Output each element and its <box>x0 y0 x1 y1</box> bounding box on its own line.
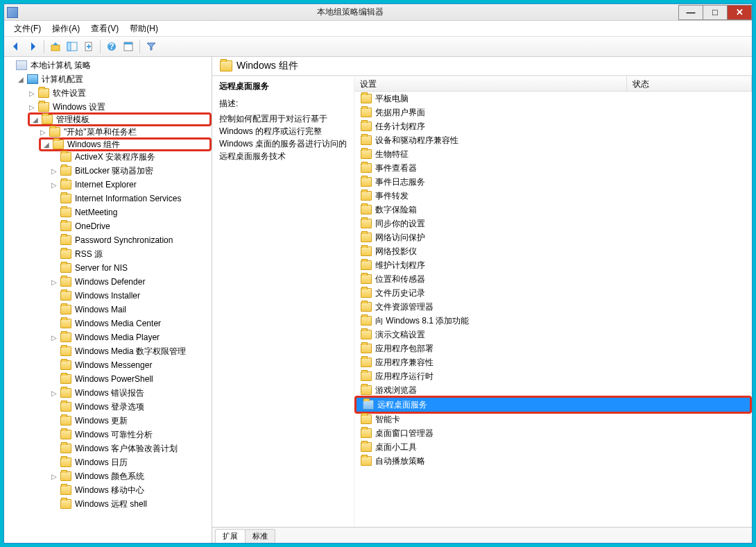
expander-icon[interactable] <box>50 208 58 217</box>
expander-icon[interactable] <box>50 375 58 383</box>
expander-icon[interactable]: ▷ <box>50 389 58 397</box>
tree-item[interactable]: ActiveX 安装程序服务 <box>50 150 212 164</box>
list-row[interactable]: 事件日志服务 <box>354 175 752 189</box>
list-row[interactable]: 应用程序包部署 <box>354 342 752 355</box>
tab-extended[interactable]: 扩展 <box>215 529 246 543</box>
tab-standard[interactable]: 标准 <box>245 529 275 543</box>
tree-item[interactable]: Windows Media Center <box>50 317 212 330</box>
tree-item[interactable]: ▷ Windows 错误报告 <box>50 386 212 400</box>
list-row[interactable]: 网络访问保护 <box>354 230 752 244</box>
tree-item[interactable]: Windows 登录选项 <box>50 400 212 414</box>
list-row[interactable]: 远程桌面服务 <box>356 398 750 412</box>
expander-icon[interactable] <box>50 430 58 439</box>
tree-item[interactable]: Windows 远程 shell <box>50 497 212 511</box>
menu-file[interactable]: 文件(F) <box>8 22 46 36</box>
list-row[interactable]: 应用程序运行时 <box>354 369 752 383</box>
tree-item[interactable]: Windows Installer <box>50 289 212 303</box>
expander-icon[interactable] <box>50 347 58 355</box>
list-row[interactable]: 维护计划程序 <box>354 258 752 272</box>
list-row[interactable]: 事件查看器 <box>354 161 752 175</box>
tree-item[interactable]: Server for NIS <box>50 261 212 275</box>
menu-help[interactable]: 帮助(H) <box>124 22 164 36</box>
tree-item[interactable]: ▷ Internet Explorer <box>50 178 212 192</box>
tree-item[interactable]: Windows Mail <box>50 303 212 317</box>
tree-item[interactable]: ▷ Windows Media Player <box>50 330 212 344</box>
expander-icon[interactable] <box>50 486 58 494</box>
back-button[interactable] <box>8 39 24 54</box>
tree-item[interactable]: ▷ BitLocker 驱动器加密 <box>50 164 212 178</box>
tree-item[interactable]: Windows 客户体验改善计划 <box>50 441 212 455</box>
list-row[interactable]: 智能卡 <box>354 412 752 426</box>
close-button[interactable]: ✕ <box>727 5 752 20</box>
list-row[interactable]: 平板电脑 <box>354 92 752 106</box>
tree-item[interactable]: Internet Information Services <box>50 192 212 205</box>
list-row[interactable]: 任务计划程序 <box>354 119 752 133</box>
expander-icon[interactable] <box>50 194 58 203</box>
expander-icon[interactable] <box>50 236 58 244</box>
filter-button[interactable] <box>144 39 159 54</box>
list-row[interactable]: 桌面小工具 <box>354 440 752 454</box>
expander-icon[interactable]: ▷ <box>50 278 58 286</box>
properties-button[interactable] <box>121 39 136 54</box>
list-row[interactable]: 文件历史记录 <box>354 286 752 300</box>
expander-icon[interactable] <box>50 403 58 411</box>
tree-software-settings[interactable]: ▷ 软件设置 <box>28 86 212 100</box>
expander-icon[interactable] <box>50 222 58 230</box>
expander-icon[interactable] <box>6 61 14 69</box>
expander-icon[interactable]: ▷ <box>50 333 58 342</box>
tree-item[interactable]: Windows 可靠性分析 <box>50 428 212 441</box>
tree-windows-settings[interactable]: ▷ Windows 设置 <box>28 100 212 114</box>
expander-icon[interactable] <box>50 292 58 300</box>
expander-icon[interactable] <box>50 444 58 453</box>
expander-icon[interactable]: ▷ <box>50 180 58 189</box>
list-row[interactable]: 演示文稿设置 <box>354 328 752 342</box>
show-hide-tree-button[interactable] <box>65 39 80 54</box>
tree-item[interactable]: Windows Messenger <box>50 358 212 372</box>
list-row[interactable]: 同步你的设置 <box>354 217 752 230</box>
expander-icon[interactable] <box>50 500 58 508</box>
expander-icon[interactable]: ◢ <box>42 140 51 149</box>
tree-item[interactable]: Windows PowerShell <box>50 372 212 386</box>
expander-icon[interactable]: ▷ <box>28 103 36 111</box>
column-state[interactable]: 状态 <box>627 76 752 91</box>
tree-pane[interactable]: 本地计算机 策略 ◢ 计算机配置 ▷ 软件设置 ▷ Windows 设置 ◢ 管… <box>4 57 212 543</box>
tree-item[interactable]: OneDrive <box>50 219 212 233</box>
list-row[interactable]: 自动播放策略 <box>354 454 752 468</box>
tree-item[interactable]: NetMeeting <box>50 205 212 219</box>
tree-start-taskbar[interactable]: ▷ "开始"菜单和任务栏 <box>39 125 212 139</box>
expander-icon[interactable] <box>50 153 58 161</box>
expander-icon[interactable] <box>50 458 58 466</box>
tree-item[interactable]: RSS 源 <box>50 247 212 261</box>
column-setting[interactable]: 设置 <box>354 76 627 91</box>
tree-item[interactable]: Windows 移动中心 <box>50 483 212 497</box>
list-row[interactable]: 文件资源管理器 <box>354 300 752 314</box>
tree-admin-templates[interactable]: ◢ 管理模板 <box>28 112 212 126</box>
list-row[interactable]: 游戏浏览器 <box>354 383 752 397</box>
list-row[interactable]: 生物特征 <box>354 147 752 161</box>
up-button[interactable] <box>48 39 63 54</box>
expander-icon[interactable]: ◢ <box>31 115 40 124</box>
list-row[interactable]: 凭据用户界面 <box>354 106 752 119</box>
maximize-button[interactable]: □ <box>703 5 728 20</box>
minimize-button[interactable]: — <box>678 5 703 20</box>
expander-icon[interactable] <box>50 361 58 369</box>
expander-icon[interactable] <box>50 305 58 314</box>
expander-icon[interactable] <box>50 319 58 328</box>
export-button[interactable] <box>81 39 96 54</box>
tree-root[interactable]: 本地计算机 策略 <box>6 58 212 72</box>
tree-windows-components[interactable]: ◢ Windows 组件 <box>39 137 212 151</box>
tree-computer-config[interactable]: ◢ 计算机配置 <box>17 72 212 86</box>
list-row[interactable]: 事件转发 <box>354 189 752 203</box>
list-row[interactable]: 网络投影仪 <box>354 244 752 258</box>
tree-item[interactable]: Windows Media 数字权限管理 <box>50 344 212 358</box>
list-row[interactable]: 桌面窗口管理器 <box>354 426 752 440</box>
expander-icon[interactable] <box>50 416 58 425</box>
expander-icon[interactable]: ▷ <box>50 167 58 175</box>
menu-view[interactable]: 查看(V) <box>85 22 124 36</box>
list-row[interactable]: 位置和传感器 <box>354 272 752 286</box>
forward-button[interactable] <box>25 39 40 54</box>
list-row[interactable]: 数字保险箱 <box>354 203 752 217</box>
help-button[interactable]: ? <box>104 39 119 54</box>
list-row[interactable]: 应用程序兼容性 <box>354 355 752 369</box>
expander-icon[interactable]: ▷ <box>28 89 36 97</box>
